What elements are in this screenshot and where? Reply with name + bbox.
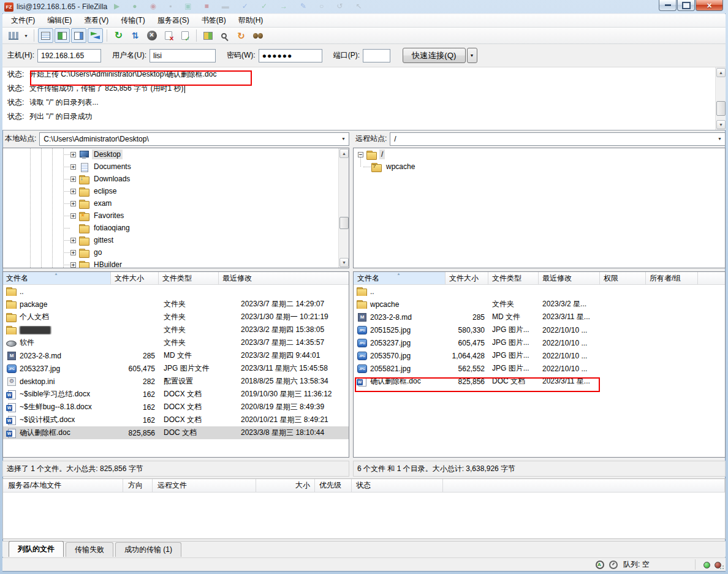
file-row[interactable]: 2055821.jpg562,552JPG 图片...2022/10/10 ..…: [354, 362, 725, 375]
file-row[interactable]: 2023-2-8.md285MD 文件2023/3/11 星...: [354, 311, 725, 323]
column-modified[interactable]: 最近修改: [219, 272, 349, 284]
remote-site-combo[interactable]: / ▼: [390, 132, 726, 146]
tree-item-favorites[interactable]: ★Favorites: [3, 210, 349, 222]
file-row[interactable]: 软件文件夹2023/3/7 星期二 14:35:57: [3, 336, 349, 349]
toggle-remote-tree-button[interactable]: [71, 28, 86, 43]
tab-failed-transfers[interactable]: 传输失败: [66, 542, 113, 557]
menu-edit[interactable]: 编辑(E): [41, 13, 78, 28]
column-filetype[interactable]: 文件类型: [159, 272, 219, 284]
column-owner-group[interactable]: 所有者/组: [646, 272, 698, 284]
local-tree-scrollbar[interactable]: ▲ ▼: [338, 148, 349, 268]
expand-icon[interactable]: [70, 189, 76, 194]
column-permissions[interactable]: 权限: [600, 272, 646, 284]
disconnect-button[interactable]: [161, 28, 176, 43]
scroll-up-icon[interactable]: ▲: [339, 149, 349, 158]
file-row[interactable]: 2053570.jpg1,064,428JPG 图片...2022/10/10 …: [354, 349, 725, 362]
quickconnect-button[interactable]: 快速连接(Q): [403, 48, 466, 63]
port-input[interactable]: [363, 49, 390, 62]
file-row-selected[interactable]: 确认删除框.doc825,856DOC 文档2023/3/8 星期三 18:10…: [3, 426, 349, 439]
tree-item-desktop[interactable]: Desktop: [3, 148, 349, 160]
scroll-up-icon[interactable]: ▲: [716, 68, 726, 77]
sync-browse-button[interactable]: ↻: [233, 28, 249, 43]
site-manager-dropdown[interactable]: ▼: [22, 28, 30, 43]
expand-icon[interactable]: [70, 238, 76, 243]
refresh-button[interactable]: ↻: [111, 28, 126, 43]
expand-icon[interactable]: [70, 262, 76, 268]
toggle-local-tree-button[interactable]: [55, 28, 70, 43]
menu-transfer[interactable]: 传输(T): [115, 13, 151, 28]
process-queue-button[interactable]: ⇅: [127, 28, 143, 43]
reconnect-button[interactable]: [177, 28, 192, 43]
file-row-uploaded[interactable]: 确认删除框.doc825,856DOC 文档2023/3/11 星...: [354, 375, 725, 388]
find-files-button[interactable]: [217, 28, 232, 43]
maximize-button[interactable]: [677, 0, 695, 11]
column-remote-file[interactable]: 远程文件: [153, 479, 256, 492]
username-input[interactable]: [150, 49, 216, 62]
tree-item-root[interactable]: /: [354, 148, 725, 160]
tab-successful-transfers[interactable]: 成功的传输 (1): [115, 542, 181, 557]
expand-icon[interactable]: [70, 152, 76, 157]
menu-bookmarks[interactable]: 书签(B): [195, 13, 232, 28]
site-manager-button[interactable]: [6, 28, 21, 43]
tree-item-gittest[interactable]: gittest: [3, 234, 349, 246]
file-row[interactable]: package文件夹2023/3/7 星期二 14:29:07: [3, 298, 349, 311]
tab-queued-files[interactable]: 列队的文件: [9, 541, 64, 557]
column-priority[interactable]: 优先级: [315, 479, 352, 492]
tree-item-exam[interactable]: exam: [3, 197, 349, 210]
file-row-parent[interactable]: ..: [3, 285, 349, 298]
directory-compare-button[interactable]: [200, 28, 216, 43]
host-input[interactable]: [37, 49, 101, 62]
combo-dropdown-icon[interactable]: ▼: [338, 133, 349, 145]
expand-icon[interactable]: [70, 176, 76, 182]
file-row[interactable]: ~$设计模式.docx162DOCX 文档2020/10/21 星期三 8:49…: [3, 414, 349, 426]
column-filename[interactable]: 文件名: [3, 272, 111, 284]
resize-grip[interactable]: [717, 562, 724, 570]
speed-limit-icon[interactable]: [609, 561, 618, 569]
column-filetype[interactable]: 文件类型: [488, 272, 539, 284]
column-size[interactable]: 大小: [256, 479, 315, 492]
file-row[interactable]: desktop.ini282配置设置2018/8/25 星期六 13:58:34: [3, 375, 349, 388]
transfer-mode-gear-icon[interactable]: [596, 561, 604, 569]
collapse-icon[interactable]: [358, 152, 363, 157]
toggle-message-log-button[interactable]: [38, 28, 53, 43]
local-site-combo[interactable]: C:\Users\Administrator\Desktop\ ▼: [39, 132, 349, 146]
file-row[interactable]: ~$生鲜bug--8.18.docx162DOCX 文档2020/8/19 星期…: [3, 401, 349, 414]
scroll-down-icon[interactable]: ▼: [716, 120, 726, 129]
scroll-down-icon[interactable]: ▼: [339, 258, 349, 267]
tree-item-go[interactable]: go: [3, 246, 349, 259]
expand-icon[interactable]: [70, 250, 76, 255]
column-modified[interactable]: 最近修改: [539, 272, 600, 284]
column-filename[interactable]: 文件名: [354, 272, 446, 284]
tree-item-eclipse[interactable]: eclipse: [3, 185, 349, 197]
menu-help[interactable]: 帮助(H): [232, 13, 270, 28]
log-scrollbar[interactable]: ▲ ▼: [715, 67, 726, 130]
file-row[interactable]: 2051525.jpg580,330JPG 图片...2022/10/10 ..…: [354, 323, 725, 336]
search-button[interactable]: [250, 28, 265, 43]
file-row[interactable]: 2023-2-8.md285MD 文件2023/3/2 星期四 9:44:01: [3, 349, 349, 362]
expand-icon[interactable]: [70, 164, 76, 170]
password-input[interactable]: [259, 49, 322, 62]
expand-icon[interactable]: [70, 201, 76, 206]
column-direction[interactable]: 方向: [123, 479, 153, 492]
menu-view[interactable]: 查看(V): [78, 13, 115, 28]
column-filesize[interactable]: 文件大小: [111, 272, 159, 284]
file-row[interactable]: 2053237.jpg605,475JPG 图片...2022/10/10 ..…: [354, 336, 725, 349]
close-button[interactable]: [696, 0, 723, 11]
tree-item-documents[interactable]: Documents: [3, 160, 349, 173]
column-server-local-file[interactable]: 服务器/本地文件: [3, 479, 123, 492]
menu-server[interactable]: 服务器(S): [151, 13, 195, 28]
file-row-parent[interactable]: ..: [354, 285, 725, 298]
tree-item-downloads[interactable]: ↓Downloads: [3, 173, 349, 185]
menu-file[interactable]: 文件(F): [5, 13, 41, 28]
tree-item-hbuilder[interactable]: HBuilder: [3, 259, 349, 268]
file-row[interactable]: 个人文档文件夹2023/1/30 星期一 10:21:19: [3, 311, 349, 323]
column-filesize[interactable]: 文件大小: [446, 272, 488, 284]
file-row[interactable]: ~$sible学习总结.docx162DOCX 文档2019/10/30 星期三…: [3, 388, 349, 401]
minimize-button[interactable]: [659, 0, 677, 11]
scroll-thumb[interactable]: [339, 217, 349, 229]
file-row[interactable]: 2053237.jpg605,475JPG 图片文件2023/3/11 星期六 …: [3, 362, 349, 375]
tree-item-wpcache[interactable]: ?wpcache: [354, 160, 725, 173]
expand-icon[interactable]: [70, 213, 76, 219]
quickconnect-dropdown[interactable]: ▼: [467, 48, 477, 63]
combo-dropdown-icon[interactable]: ▼: [715, 133, 725, 145]
